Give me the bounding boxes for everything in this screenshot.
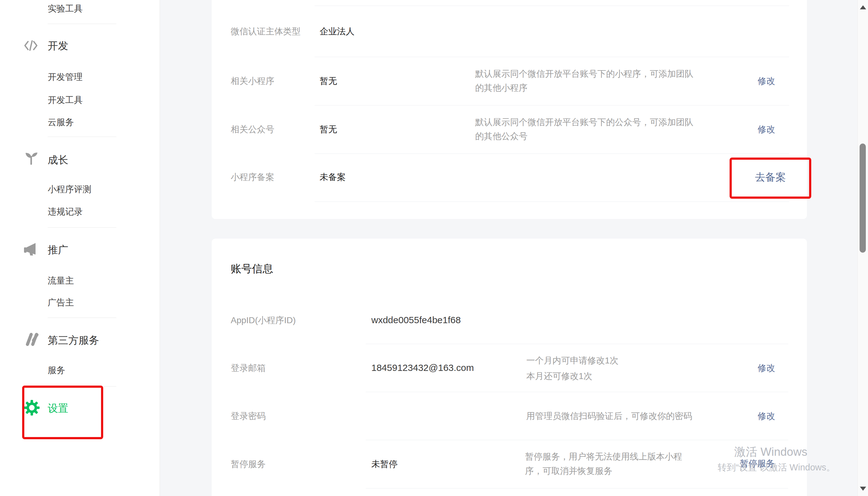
divider [366,344,788,344]
row-label-certification-type: 微信认证主体类型 [231,27,301,36]
code-icon [24,40,38,52]
annotation-box-go-filing [729,157,811,199]
megaphone-icon [23,242,38,257]
row-desc-related-miniprograms: 默认展示同个微信开放平台账号下的小程序，可添加团队 的其他小程序 [475,67,693,95]
desc-line: 一个月内可申请修改1次 [526,353,618,368]
row-value-miniprogram-filing: 未备案 [320,172,346,182]
annotation-box-settings [22,386,103,439]
suspend-service-link[interactable]: 暂停服务 [740,459,775,468]
sidebar-item-miniprogram-evaluation[interactable]: 小程序评测 [48,184,91,194]
modify-related-miniprograms-link[interactable]: 修改 [758,76,775,86]
modify-login-password-link[interactable]: 修改 [758,411,775,421]
divider [48,24,116,24]
row-desc-suspend-service: 暂停服务，用户将无法使用线上版本小程 序，可取消并恢复服务 [525,450,682,478]
scroll-up-arrow-icon[interactable] [860,5,866,9]
divider [366,392,788,392]
row-label-miniprogram-filing: 小程序备案 [231,172,274,182]
sidebar-section-promotion[interactable]: 推广 [48,244,68,256]
row-label-suspend-service: 暂停服务 [231,459,266,469]
row-label-related-official-accounts: 相关公众号 [231,124,274,135]
desc-line: 默认展示同个微信开放平台账号下的小程序，可添加团队 [475,67,693,81]
divider [48,137,116,137]
sprout-icon [25,152,38,166]
divider [48,317,116,318]
desc-line: 默认展示同个微信开放平台账号下的公众号，可添加团队 [475,115,693,129]
modify-related-official-accounts-link[interactable]: 修改 [758,124,775,135]
row-desc-login-password: 用管理员微信扫码验证后，可修改你的密码 [526,411,692,421]
scrollbar-track[interactable] [857,0,868,496]
sidebar-item-traffic-owner[interactable]: 流量主 [48,276,74,286]
row-label-login-email: 登录邮箱 [231,363,266,373]
divider [315,57,789,57]
divider [366,488,788,489]
sidebar-item-service[interactable]: 服务 [48,365,65,375]
row-value-certification-type: 企业法人 [320,27,354,36]
sidebar-item-violation-records[interactable]: 违规记录 [48,207,83,217]
desc-line: 的其他公众号 [475,129,693,143]
modify-login-email-link[interactable]: 修改 [758,363,775,373]
sidebar-item-develop-manage[interactable]: 开发管理 [48,72,83,82]
row-value-appid: wxdde0055fe4be1f68 [371,315,461,325]
sidebar-section-develop[interactable]: 开发 [48,40,68,52]
desc-line: 本月还可修改1次 [526,368,618,384]
sidebar-item-advertiser[interactable]: 广告主 [48,298,74,308]
row-desc-related-official-accounts: 默认展示同个微信开放平台账号下的公众号，可添加团队 的其他公众号 [475,115,693,143]
desc-line: 序，可取消并恢复服务 [525,464,682,478]
account-card-title: 账号信息 [231,262,273,275]
divider [315,5,789,6]
sidebar-item-cloud-service[interactable]: 云服务 [48,117,74,127]
desc-line: 的其他小程序 [475,81,693,95]
desc-line: 暂停服务，用户将无法使用线上版本小程 [525,450,682,464]
row-value-suspend-service: 未暂停 [371,459,398,469]
profile-card [212,0,807,219]
row-value-related-miniprograms: 暂无 [320,76,337,86]
sidebar-item-experiment-tools[interactable]: 实验工具 [48,4,83,14]
settings-page: 实验工具 开发 开发管理 开发工具 云服务 成长 小程序评测 违规记录 [0,0,868,496]
scroll-down-arrow-icon[interactable] [860,487,866,491]
sidebar-section-third-party[interactable]: 第三方服务 [48,335,99,346]
row-desc-login-email: 一个月内可申请修改1次 本月还可修改1次 [526,353,618,384]
row-label-appid: AppID(小程序ID) [231,315,295,325]
row-value-related-official-accounts: 暂无 [320,124,337,135]
row-label-related-miniprograms: 相关小程序 [231,76,274,86]
divider [366,440,788,440]
sidebar-item-develop-tools[interactable]: 开发工具 [48,95,83,105]
divider [315,105,789,106]
scrollbar-thumb[interactable] [859,143,866,253]
sidebar-section-growth[interactable]: 成长 [48,154,68,166]
row-value-login-email: 18459123432@163.com [371,362,474,373]
windows-activation-watermark-line1: 激活 Windows [734,446,807,459]
row-label-login-password: 登录密码 [231,411,266,421]
windows-activation-watermark-line2: 转到“设置”以激活 Windows。 [718,462,835,472]
account-card [212,239,807,496]
third-party-icon [23,332,39,347]
